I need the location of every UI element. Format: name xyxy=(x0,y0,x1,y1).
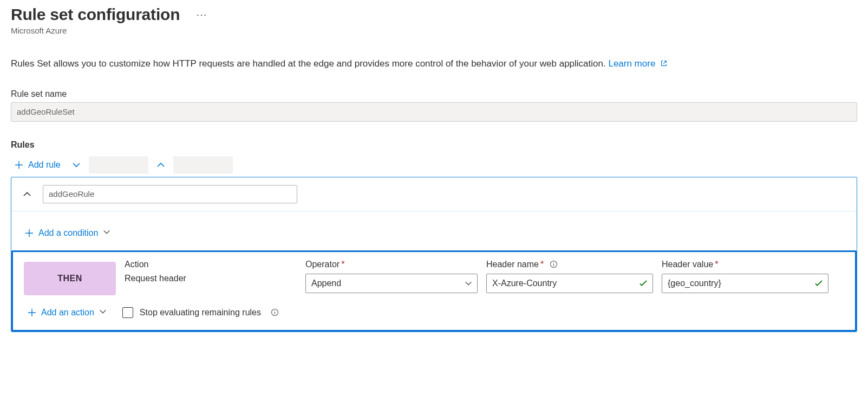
info-icon[interactable] xyxy=(271,308,279,316)
disabled-slot-2 xyxy=(173,156,233,174)
external-link-icon xyxy=(660,57,668,65)
page-title: Rule set configuration xyxy=(11,5,180,24)
page-subtitle: Microsoft Azure xyxy=(11,26,857,35)
add-condition-button[interactable]: Add a condition xyxy=(21,226,114,241)
add-rule-label: Add rule xyxy=(28,160,61,170)
intro-body: Rules Set allows you to customize how HT… xyxy=(11,58,608,69)
plus-icon xyxy=(27,308,37,317)
more-actions-icon[interactable]: ⋯ xyxy=(196,8,208,21)
move-up-button[interactable] xyxy=(153,160,169,170)
header-name-value: X-Azure-Country xyxy=(492,279,557,288)
rule-panel: Add a condition THEN Action Request head… xyxy=(11,177,857,332)
stop-evaluating-label: Stop evaluating remaining rules xyxy=(140,308,261,317)
header-name-input[interactable]: X-Azure-Country xyxy=(486,274,653,293)
header-value-input[interactable]: {geo_country} xyxy=(662,274,828,293)
action-type-value: Request header xyxy=(125,274,297,283)
chevron-down-icon xyxy=(99,307,107,318)
header-value-value: {geo_country} xyxy=(668,279,721,288)
learn-more-label: Learn more xyxy=(608,58,655,69)
operator-select[interactable]: Append xyxy=(305,274,478,293)
operator-label-text: Operator xyxy=(305,260,340,269)
header-name-label-text: Header name xyxy=(486,260,539,269)
action-column-label: Action xyxy=(125,260,297,269)
rule-name-input[interactable] xyxy=(43,185,297,203)
info-icon[interactable] xyxy=(550,260,558,268)
header-name-label: Header name* xyxy=(486,260,653,269)
ruleset-name-input xyxy=(11,102,857,122)
chevron-down-icon xyxy=(102,228,111,239)
svg-point-3 xyxy=(275,310,275,311)
learn-more-link[interactable]: Learn more xyxy=(608,58,668,69)
chevron-down-icon xyxy=(464,279,473,288)
stop-evaluating-checkbox[interactable]: Stop evaluating remaining rules xyxy=(122,307,279,318)
check-icon xyxy=(638,279,648,288)
rule-header xyxy=(11,177,857,211)
add-action-label: Add an action xyxy=(41,308,94,317)
disabled-slot-1 xyxy=(89,156,148,174)
action-block: THEN Action Request header Operator* App… xyxy=(11,250,857,332)
operator-label: Operator* xyxy=(305,260,478,269)
intro-text: Rules Set allows you to customize how HT… xyxy=(11,57,857,71)
required-asterisk: * xyxy=(540,260,544,269)
plus-icon xyxy=(24,228,34,238)
check-icon xyxy=(814,279,824,288)
rules-toolbar: Add rule xyxy=(11,156,857,174)
action-footer: Add an action Stop evaluating remaining … xyxy=(24,295,844,320)
required-asterisk: * xyxy=(715,260,718,269)
required-asterisk: * xyxy=(341,260,344,269)
add-rule-button[interactable]: Add rule xyxy=(11,158,64,172)
collapse-rule-button[interactable] xyxy=(19,189,35,199)
checkbox-box xyxy=(122,307,133,318)
add-action-button[interactable]: Add an action xyxy=(24,305,110,320)
operator-value: Append xyxy=(311,279,341,288)
add-condition-label: Add a condition xyxy=(38,228,98,238)
move-down-button[interactable] xyxy=(68,160,84,170)
then-badge: THEN xyxy=(24,262,116,295)
ruleset-name-label: Rule set name xyxy=(11,89,857,99)
header-value-label-text: Header value xyxy=(662,260,713,269)
svg-point-1 xyxy=(553,262,553,262)
plus-icon xyxy=(14,160,24,170)
rules-section-title: Rules xyxy=(11,140,857,150)
header-value-label: Header value* xyxy=(662,260,828,269)
